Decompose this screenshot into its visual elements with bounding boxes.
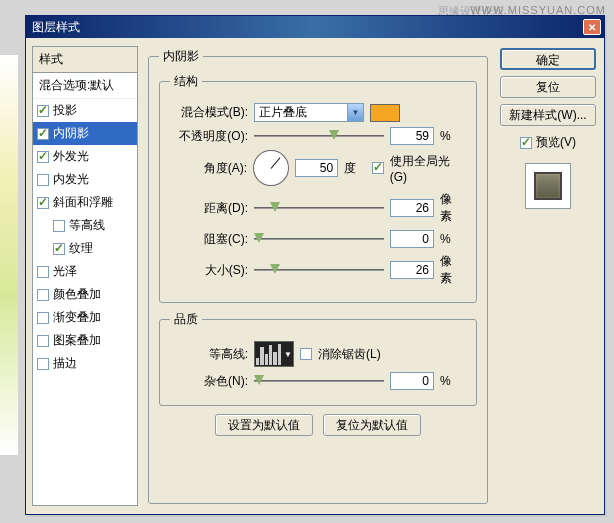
style-checkbox[interactable]	[37, 358, 49, 370]
shadow-color-swatch[interactable]	[370, 104, 400, 122]
style-label: 渐变叠加	[53, 309, 101, 326]
preview-swatch	[525, 163, 571, 209]
style-row-光泽[interactable]: 光泽	[33, 260, 137, 283]
style-row-颜色叠加[interactable]: 颜色叠加	[33, 283, 137, 306]
noise-input[interactable]: 0	[390, 372, 434, 390]
global-light-checkbox[interactable]	[372, 162, 384, 174]
ok-button[interactable]: 确定	[500, 48, 596, 70]
distance-input[interactable]: 26	[390, 199, 434, 217]
style-row-描边[interactable]: 描边	[33, 352, 137, 375]
spread-input[interactable]: 0	[390, 230, 434, 248]
style-label: 纹理	[69, 240, 93, 257]
preview-checkbox[interactable]	[520, 137, 532, 149]
noise-slider[interactable]	[254, 373, 384, 389]
style-checkbox[interactable]	[37, 105, 49, 117]
quality-group: 品质 等高线: ▼ 消除锯齿(L) 杂色(N): 0	[159, 311, 477, 406]
quality-legend: 品质	[170, 311, 202, 328]
opacity-input[interactable]: 59	[390, 127, 434, 145]
blend-mode-combo[interactable]: 正片叠底 ▼	[254, 103, 364, 122]
style-checkbox[interactable]	[37, 151, 49, 163]
style-label: 等高线	[69, 217, 105, 234]
style-row-内阴影[interactable]: 内阴影	[33, 122, 137, 145]
close-icon[interactable]: ✕	[583, 19, 601, 35]
angle-input[interactable]: 50	[295, 159, 339, 177]
style-checkbox[interactable]	[37, 128, 49, 140]
style-label: 内阴影	[53, 125, 89, 142]
panel-title: 内阴影	[159, 48, 203, 65]
style-row-投影[interactable]: 投影	[33, 99, 137, 122]
style-label: 投影	[53, 102, 77, 119]
style-checkbox[interactable]	[37, 335, 49, 347]
antialias-checkbox[interactable]	[300, 348, 312, 360]
contour-label: 等高线:	[170, 346, 248, 363]
preview-label: 预览(V)	[536, 134, 576, 151]
style-label: 光泽	[53, 263, 77, 280]
style-checkbox[interactable]	[37, 266, 49, 278]
style-row-纹理[interactable]: 纹理	[33, 237, 137, 260]
style-label: 内发光	[53, 171, 89, 188]
titlebar[interactable]: 图层样式 ✕	[26, 16, 604, 38]
make-default-button[interactable]: 设置为默认值	[215, 414, 313, 436]
styles-header: 样式	[33, 47, 137, 73]
style-row-图案叠加[interactable]: 图案叠加	[33, 329, 137, 352]
cancel-button[interactable]: 复位	[500, 76, 596, 98]
angle-dial[interactable]	[253, 150, 289, 186]
style-label: 图案叠加	[53, 332, 101, 349]
reset-default-button[interactable]: 复位为默认值	[323, 414, 421, 436]
distance-slider[interactable]	[254, 200, 384, 216]
right-panel: 确定 复位 新建样式(W)... 预览(V)	[498, 46, 598, 506]
main-fieldset: 内阴影 结构 混合模式(B): 正片叠底 ▼ 不透明度(O):	[148, 48, 488, 504]
new-style-button[interactable]: 新建样式(W)...	[500, 104, 596, 126]
chevron-down-icon: ▼	[347, 104, 363, 121]
style-label: 颜色叠加	[53, 286, 101, 303]
opacity-slider[interactable]	[254, 128, 384, 144]
style-checkbox[interactable]	[37, 174, 49, 186]
style-label: 描边	[53, 355, 77, 372]
blending-options[interactable]: 混合选项:默认	[33, 73, 137, 99]
distance-label: 距离(D):	[170, 200, 248, 217]
style-checkbox[interactable]	[37, 312, 49, 324]
contour-picker[interactable]: ▼	[254, 341, 294, 367]
size-input[interactable]: 26	[390, 261, 434, 279]
spread-slider[interactable]	[254, 231, 384, 247]
style-checkbox[interactable]	[37, 289, 49, 301]
style-row-渐变叠加[interactable]: 渐变叠加	[33, 306, 137, 329]
style-row-内发光[interactable]: 内发光	[33, 168, 137, 191]
style-row-等高线[interactable]: 等高线	[33, 214, 137, 237]
global-light-label: 使用全局光(G)	[390, 153, 466, 184]
blend-mode-label: 混合模式(B):	[170, 104, 248, 121]
background-gradient	[0, 55, 18, 455]
structure-legend: 结构	[170, 73, 202, 90]
main-panel: 内阴影 结构 混合模式(B): 正片叠底 ▼ 不透明度(O):	[144, 46, 492, 506]
style-checkbox[interactable]	[53, 220, 65, 232]
angle-label: 角度(A):	[170, 160, 247, 177]
style-checkbox[interactable]	[53, 243, 65, 255]
opacity-label: 不透明度(O):	[170, 128, 248, 145]
layer-style-dialog: 图层样式 ✕ 样式 混合选项:默认 投影内阴影外发光内发光斜面和浮雕等高线纹理光…	[25, 15, 605, 515]
size-label: 大小(S):	[170, 262, 248, 279]
style-label: 外发光	[53, 148, 89, 165]
styles-list: 样式 混合选项:默认 投影内阴影外发光内发光斜面和浮雕等高线纹理光泽颜色叠加渐变…	[32, 46, 138, 506]
style-row-外发光[interactable]: 外发光	[33, 145, 137, 168]
antialias-label: 消除锯齿(L)	[318, 346, 381, 363]
style-label: 斜面和浮雕	[53, 194, 113, 211]
style-row-斜面和浮雕[interactable]: 斜面和浮雕	[33, 191, 137, 214]
structure-group: 结构 混合模式(B): 正片叠底 ▼ 不透明度(O): 59 %	[159, 73, 477, 303]
size-slider[interactable]	[254, 262, 384, 278]
noise-label: 杂色(N):	[170, 373, 248, 390]
spread-label: 阻塞(C):	[170, 231, 248, 248]
dialog-title: 图层样式	[32, 19, 80, 36]
style-checkbox[interactable]	[37, 197, 49, 209]
